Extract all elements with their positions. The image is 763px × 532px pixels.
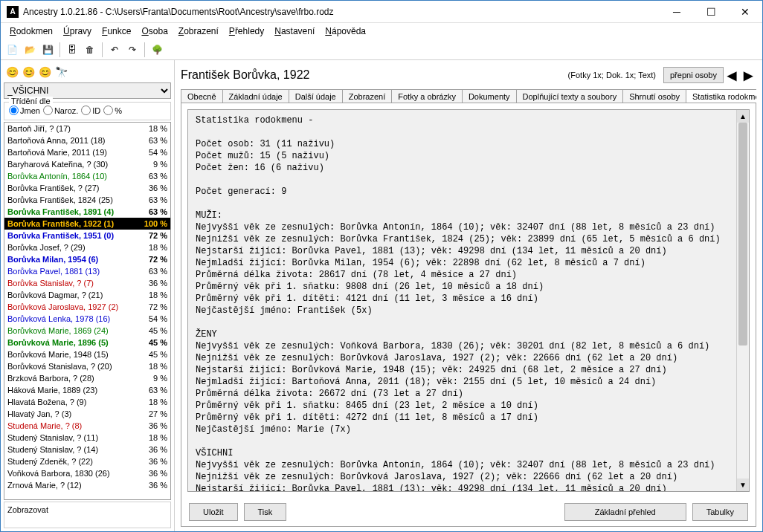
- person-pct: 36 %: [149, 277, 167, 289]
- overview-button[interactable]: Základní přehled: [564, 503, 686, 521]
- person-pct: 100 %: [144, 218, 167, 230]
- tab-3[interactable]: Zobrazení: [342, 89, 393, 103]
- person-pct: 63 %: [149, 206, 167, 218]
- next-person-icon[interactable]: ▶: [740, 67, 756, 83]
- list-item[interactable]: Borůvka Josef, ? (29)18 %: [4, 241, 170, 253]
- person-heading: František Borůvka, 1922: [181, 68, 309, 82]
- maximize-button[interactable]: ☐: [694, 1, 728, 23]
- open-icon[interactable]: 📂: [22, 42, 38, 58]
- delete-icon[interactable]: 🗑: [82, 42, 98, 58]
- menu-osoba[interactable]: Osoba: [137, 25, 172, 38]
- swap-persons-button[interactable]: přepni osoby: [663, 67, 724, 83]
- menu-přehledy[interactable]: Přehledy: [225, 25, 268, 38]
- list-item[interactable]: Brzková Barbora, ? (28)9 %: [4, 372, 170, 384]
- sidebar: 😊 😊 😊 🔭 _VŠICHNI Třídění dle Jmen Naroz.…: [1, 60, 175, 531]
- sort-naroz[interactable]: Naroz.: [43, 106, 78, 115]
- scrollbar[interactable]: ▲ ▼: [736, 110, 749, 491]
- tab-7[interactable]: Shrnutí osoby: [622, 89, 686, 103]
- undo-icon[interactable]: ↶: [106, 42, 123, 58]
- list-item[interactable]: Studená Marie, ? (8)36 %: [4, 420, 170, 432]
- person-female-icon[interactable]: 😊: [22, 65, 35, 79]
- list-item[interactable]: Studený Zdeněk, ? (22)36 %: [4, 455, 170, 467]
- tab-2[interactable]: Další údaje: [289, 89, 343, 103]
- toolbar: 📄 📂 💾 🗄 🗑 ↶ ↷ 🌳: [1, 39, 762, 60]
- scroll-up-icon[interactable]: ▲: [737, 110, 749, 123]
- list-item[interactable]: Bartoň Jiří, ? (17)18 %: [4, 123, 170, 134]
- list-item[interactable]: Borůvková Marie, 1869 (24)45 %: [4, 325, 170, 337]
- list-item[interactable]: Hlavatá Božena, ? (9)18 %: [4, 396, 170, 408]
- menu-rodokmen[interactable]: Rodokmen: [5, 25, 57, 38]
- tab-4[interactable]: Fotky a obrázky: [391, 89, 463, 103]
- person-pct: 72 %: [149, 253, 167, 265]
- list-item[interactable]: Bartoňová Anna, 2011 (18)63 %: [4, 134, 170, 146]
- window-title: Ancestry 1.0.21.86 - C:\Users\Franta\Doc…: [23, 7, 660, 17]
- sort-pct[interactable]: %: [103, 106, 122, 115]
- list-item[interactable]: Bartoňová Marie, 2011 (19)54 %: [4, 146, 170, 158]
- list-item[interactable]: Borůvka Pavel, 1881 (13)63 %: [4, 265, 170, 277]
- list-item[interactable]: Borůvka František, 1951 (0)72 %: [4, 230, 170, 241]
- menu-funkce[interactable]: Funkce: [97, 25, 135, 38]
- list-item[interactable]: Borůvková Marie, 1896 (5)45 %: [4, 337, 170, 348]
- sort-id[interactable]: ID: [81, 106, 100, 115]
- list-item[interactable]: Borůvková Marie, 1948 (15)45 %: [4, 348, 170, 360]
- person-male-icon[interactable]: 😊: [5, 65, 19, 79]
- list-item[interactable]: Hlavatý Jan, ? (3)27 %: [4, 408, 170, 420]
- tab-8[interactable]: Statistika rodokmenu: [686, 89, 756, 103]
- close-button[interactable]: ✕: [728, 1, 762, 23]
- person-pct: 36 %: [149, 444, 167, 455]
- person-other-icon[interactable]: 😊: [38, 65, 51, 79]
- prev-person-icon[interactable]: ◀: [724, 67, 740, 83]
- redo-icon[interactable]: ↷: [124, 42, 141, 58]
- person-name: Borůvka František, ? (27): [7, 182, 100, 194]
- save-button[interactable]: Uložit: [189, 503, 238, 521]
- list-item[interactable]: Borůvka Milan, 1954 (6)72 %: [4, 253, 170, 265]
- search-icon[interactable]: 🔭: [54, 65, 68, 79]
- list-item[interactable]: Borůvková Lenka, 1978 (16)54 %: [4, 313, 170, 325]
- menu-úpravy[interactable]: Úpravy: [59, 25, 96, 38]
- person-pct: 18 %: [149, 432, 167, 444]
- tables-button[interactable]: Tabulky: [692, 503, 748, 521]
- list-item[interactable]: Borůvková Jaroslava, 1927 (2)72 %: [4, 301, 170, 313]
- sort-jmen[interactable]: Jmen: [9, 106, 40, 115]
- person-name: Borůvková Marie, 1948 (15): [7, 348, 109, 360]
- person-pct: 9 %: [153, 372, 167, 384]
- list-item[interactable]: Voňková Barbora, 1830 (26)36 %: [4, 467, 170, 479]
- person-pct: 72 %: [149, 301, 167, 313]
- save-icon[interactable]: 💾: [39, 42, 56, 58]
- list-item[interactable]: Borůvková Stanislava, ? (20)18 %: [4, 360, 170, 372]
- tab-6[interactable]: Doplňující texty a soubory: [516, 89, 624, 103]
- minimize-button[interactable]: ─: [660, 1, 694, 23]
- person-pct: 36 %: [149, 182, 167, 194]
- list-item[interactable]: Borůvka Stanislav, ? (7)36 %: [4, 277, 170, 289]
- tab-body: Statistika rodokmenu - Počet osob: 31 (1…: [181, 103, 756, 527]
- list-item[interactable]: Borůvka František, ? (27)36 %: [4, 182, 170, 194]
- tab-0[interactable]: Obecně: [181, 89, 223, 103]
- person-name: Borůvková Lenka, 1978 (16): [7, 313, 110, 325]
- list-item[interactable]: Borůvka František, 1922 (1)100 %: [4, 218, 170, 230]
- person-list[interactable]: Bartoň Jiří, ? (17)18 %Bartoňová Anna, 2…: [4, 122, 171, 500]
- tab-1[interactable]: Základní údaje: [222, 89, 289, 103]
- person-name: Borůvková Jaroslava, 1927 (2): [7, 301, 118, 313]
- menu-zobrazení[interactable]: Zobrazení: [174, 25, 223, 38]
- list-item[interactable]: Borůvka Antonín, 1864 (10)63 %: [4, 170, 170, 182]
- sort-legend: Třídění dle: [9, 97, 53, 106]
- list-item[interactable]: Borůvka František, 1824 (25)63 %: [4, 194, 170, 206]
- list-item[interactable]: Borůvková Dagmar, ? (21)18 %: [4, 289, 170, 301]
- scroll-thumb[interactable]: [738, 123, 747, 346]
- person-name: Borůvka František, 1922 (1): [7, 218, 114, 230]
- list-item[interactable]: Studený Stanislav, ? (14)36 %: [4, 444, 170, 455]
- menu-nastavení[interactable]: Nastavení: [270, 25, 319, 38]
- list-item[interactable]: Studený Stanislav, ? (11)18 %: [4, 432, 170, 444]
- list-item[interactable]: Háková Marie, 1889 (23)63 %: [4, 384, 170, 396]
- tree-icon[interactable]: 🌳: [149, 42, 165, 58]
- saveall-icon[interactable]: 🗄: [64, 42, 80, 58]
- list-item[interactable]: Zrnová Marie, ? (12)36 %: [4, 479, 170, 491]
- new-icon[interactable]: 📄: [4, 42, 20, 58]
- list-item[interactable]: Borůvka František, 1891 (4)63 %: [4, 206, 170, 218]
- stats-panel: Statistika rodokmenu - Počet osob: 31 (1…: [187, 109, 750, 492]
- print-button[interactable]: Tisk: [244, 503, 287, 521]
- list-item[interactable]: Baryharová Kateřina, ? (30)9 %: [4, 158, 170, 170]
- menu-nápověda[interactable]: Nápověda: [321, 25, 370, 38]
- tab-5[interactable]: Dokumenty: [462, 89, 517, 103]
- scroll-down-icon[interactable]: ▼: [737, 479, 749, 491]
